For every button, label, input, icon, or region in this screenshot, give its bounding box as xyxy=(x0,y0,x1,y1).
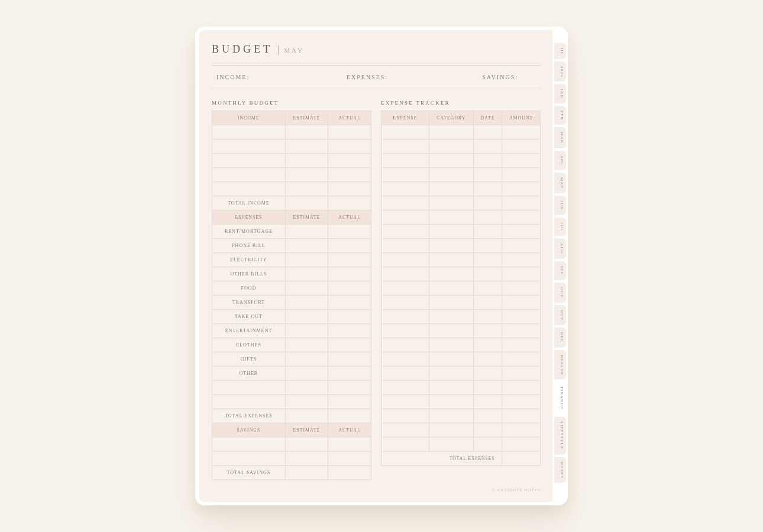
tracker-cell-expense[interactable] xyxy=(382,182,429,196)
tracker-cell-category[interactable] xyxy=(429,154,473,168)
tab-jan[interactable]: JAN xyxy=(554,84,566,103)
summary-savings[interactable]: SAVINGS: xyxy=(418,74,536,80)
tracker-cell-category[interactable] xyxy=(429,267,473,281)
income-row-estimate[interactable] xyxy=(285,154,328,168)
tracker-cell-category[interactable] xyxy=(429,395,473,409)
tracker-cell-amount[interactable] xyxy=(502,182,541,196)
total-expenses-actual[interactable] xyxy=(328,409,371,423)
expense-row-estimate[interactable] xyxy=(285,338,328,352)
tracker-cell-category[interactable] xyxy=(429,310,473,324)
tracker-cell-date[interactable] xyxy=(474,395,502,409)
tracker-cell-expense[interactable] xyxy=(382,125,429,140)
income-row-label[interactable] xyxy=(212,182,286,196)
expense-row-estimate[interactable] xyxy=(285,381,328,395)
tracker-cell-category[interactable] xyxy=(429,196,473,210)
expense-row-label[interactable]: TRANSPORT xyxy=(212,296,286,310)
expense-row-label[interactable]: ELECTRICITY xyxy=(212,253,286,267)
tracker-cell-category[interactable] xyxy=(429,324,473,338)
tracker-cell-category[interactable] xyxy=(429,296,473,310)
savings-row-estimate[interactable] xyxy=(285,452,328,466)
tracker-cell-date[interactable] xyxy=(474,409,502,423)
expense-row-label[interactable]: OTHER xyxy=(212,366,286,381)
expense-row-estimate[interactable] xyxy=(285,296,328,310)
expense-row-actual[interactable] xyxy=(328,324,371,338)
expense-row-estimate[interactable] xyxy=(285,267,328,281)
tab-lifestyle[interactable]: LIFESTYLE xyxy=(554,417,566,454)
tracker-cell-category[interactable] xyxy=(429,409,473,423)
savings-row-estimate[interactable] xyxy=(285,437,328,452)
expense-row-label[interactable]: OTHER BILLS xyxy=(212,267,286,281)
tracker-cell-expense[interactable] xyxy=(382,324,429,338)
expense-row-label[interactable] xyxy=(212,381,286,395)
tracker-cell-date[interactable] xyxy=(474,310,502,324)
tracker-cell-amount[interactable] xyxy=(502,409,541,423)
total-expenses-estimate[interactable] xyxy=(285,409,328,423)
expense-row-label[interactable]: TAKE OUT xyxy=(212,310,286,324)
income-row-actual[interactable] xyxy=(328,140,371,154)
tracker-cell-date[interactable] xyxy=(474,281,502,296)
income-row-label[interactable] xyxy=(212,125,286,140)
savings-row-label[interactable] xyxy=(212,437,286,452)
tracker-cell-expense[interactable] xyxy=(382,395,429,409)
expense-row-label[interactable]: PHONE BILL xyxy=(212,239,286,253)
tracker-cell-expense[interactable] xyxy=(382,381,429,395)
tracker-cell-amount[interactable] xyxy=(502,267,541,281)
tracker-cell-category[interactable] xyxy=(429,210,473,225)
income-row-label[interactable] xyxy=(212,154,286,168)
tracker-cell-date[interactable] xyxy=(474,210,502,225)
tab-nov[interactable]: NOV xyxy=(554,305,566,326)
income-row-estimate[interactable] xyxy=(285,140,328,154)
expense-row-actual[interactable] xyxy=(328,267,371,281)
total-income-estimate[interactable] xyxy=(285,196,328,210)
tracker-cell-expense[interactable] xyxy=(382,154,429,168)
tracker-cell-category[interactable] xyxy=(429,239,473,253)
tracker-cell-amount[interactable] xyxy=(502,338,541,352)
income-row-actual[interactable] xyxy=(328,154,371,168)
expense-row-actual[interactable] xyxy=(328,338,371,352)
tracker-cell-amount[interactable] xyxy=(502,281,541,296)
tracker-cell-date[interactable] xyxy=(474,182,502,196)
tracker-cell-date[interactable] xyxy=(474,253,502,267)
tracker-cell-expense[interactable] xyxy=(382,437,429,452)
tracker-cell-date[interactable] xyxy=(474,267,502,281)
tracker-cell-amount[interactable] xyxy=(502,423,541,437)
tracker-cell-date[interactable] xyxy=(474,324,502,338)
tracker-cell-category[interactable] xyxy=(429,168,473,182)
tab-feb[interactable]: FEB xyxy=(554,106,566,125)
expense-row-label[interactable] xyxy=(212,395,286,409)
tracker-cell-amount[interactable] xyxy=(502,381,541,395)
tab-notes[interactable]: NOTES xyxy=(554,457,566,484)
expense-row-actual[interactable] xyxy=(328,281,371,296)
tracker-cell-amount[interactable] xyxy=(502,154,541,168)
tracker-cell-date[interactable] xyxy=(474,168,502,182)
expense-row-estimate[interactable] xyxy=(285,225,328,239)
summary-expenses[interactable]: EXPENSES: xyxy=(317,74,418,80)
income-row-estimate[interactable] xyxy=(285,182,328,196)
tracker-cell-amount[interactable] xyxy=(502,395,541,409)
tracker-cell-date[interactable] xyxy=(474,125,502,140)
tracker-cell-amount[interactable] xyxy=(502,296,541,310)
expense-row-estimate[interactable] xyxy=(285,310,328,324)
tracker-cell-date[interactable] xyxy=(474,154,502,168)
tracker-cell-amount[interactable] xyxy=(502,210,541,225)
total-savings-estimate[interactable] xyxy=(285,466,328,480)
summary-income[interactable]: INCOME: xyxy=(216,74,317,80)
tracker-cell-expense[interactable] xyxy=(382,253,429,267)
expense-row-label[interactable]: RENT/MORTGAGE xyxy=(212,225,286,239)
tracker-cell-category[interactable] xyxy=(429,125,473,140)
tracker-cell-expense[interactable] xyxy=(382,140,429,154)
tracker-cell-category[interactable] xyxy=(429,253,473,267)
expense-row-label[interactable]: FOOD xyxy=(212,281,286,296)
expense-row-estimate[interactable] xyxy=(285,352,328,366)
tab-sep[interactable]: SEP xyxy=(554,261,566,280)
tracker-cell-expense[interactable] xyxy=(382,352,429,366)
tracker-cell-date[interactable] xyxy=(474,381,502,395)
tab-jul[interactable]: JUL xyxy=(554,218,566,236)
tracker-cell-amount[interactable] xyxy=(502,239,541,253)
tracker-cell-date[interactable] xyxy=(474,196,502,210)
tracker-cell-expense[interactable] xyxy=(382,338,429,352)
tracker-cell-date[interactable] xyxy=(474,423,502,437)
expense-row-actual[interactable] xyxy=(328,225,371,239)
expense-row-estimate[interactable] xyxy=(285,281,328,296)
expense-row-actual[interactable] xyxy=(328,310,371,324)
